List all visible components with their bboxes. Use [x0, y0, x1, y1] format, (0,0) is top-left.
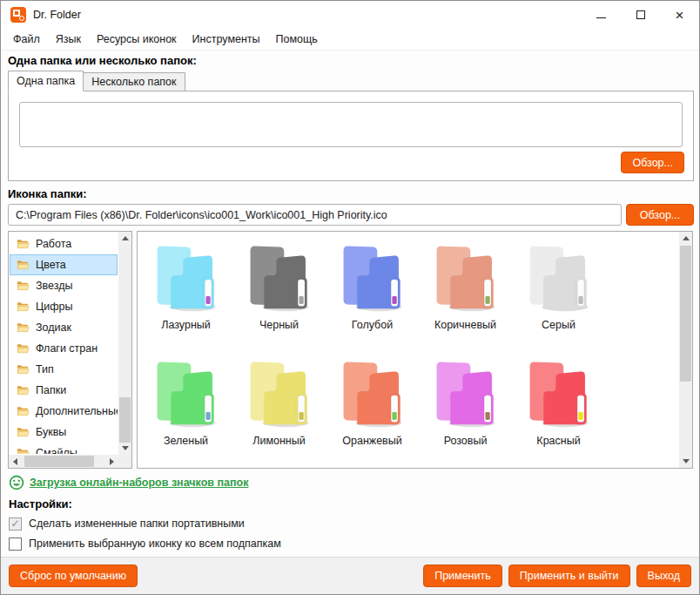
maximize-icon [636, 10, 645, 19]
icon-grid-panel: Лазурный Черный [137, 231, 693, 469]
folder-icon-item[interactable]: Оранжевый [326, 349, 419, 465]
apply-and-exit-button[interactable]: Применить и выйти [508, 565, 630, 587]
category-item[interactable]: Смайлы [10, 443, 118, 454]
icon-section-label: Иконка папки: [8, 187, 87, 200]
minimize-icon [596, 17, 606, 18]
folder-preview-icon [427, 354, 504, 434]
folder-icon [16, 259, 30, 271]
arrow-up-icon [683, 236, 690, 240]
menu-item[interactable]: Инструменты [185, 30, 268, 49]
category-item[interactable]: Звезды [10, 275, 118, 296]
folder-icon [16, 384, 30, 396]
category-item[interactable]: Флаги стран [10, 338, 118, 359]
settings-checkbox-row[interactable]: ✓ Сделать измененные папки портативными [9, 516, 700, 531]
folder-icon-item[interactable]: Красный [512, 349, 605, 465]
arrow-right-icon [110, 458, 114, 465]
folder-icon-item[interactable]: Черный [232, 233, 326, 349]
category-item[interactable]: Работа [10, 233, 118, 254]
folder-icon [16, 321, 30, 334]
smiley-icon [9, 475, 24, 490]
scrollbar-thumb[interactable] [680, 246, 691, 382]
folder-icon-item[interactable]: Коричневый [419, 233, 512, 349]
scrollbar-corner [118, 455, 131, 468]
arrow-left-icon [13, 458, 17, 465]
folder-icon [16, 342, 30, 355]
browse-icon-button[interactable]: Обзор... [626, 204, 694, 226]
folder-preview-icon [334, 238, 411, 318]
folder-icon-item[interactable]: Голубой [326, 233, 419, 349]
icon-path-input[interactable] [8, 204, 622, 226]
maximize-button[interactable] [621, 1, 660, 29]
arrow-down-icon [122, 446, 129, 450]
folder-icon-item[interactable]: Розовый [419, 349, 512, 465]
folder-preview-icon [521, 354, 597, 434]
window-controls: × [582, 1, 699, 29]
reset-default-button[interactable]: Сброс по умолчанию [9, 565, 138, 587]
settings-label: Настройки: [9, 497, 72, 510]
icons-vertical-scrollbar[interactable] [679, 232, 692, 468]
title-bar: Dr. Folder × [1, 1, 699, 29]
single-folder-tab-panel: Обзор... [8, 91, 694, 181]
folder-icon [16, 280, 30, 292]
folder-icon-item[interactable]: Лимонный [232, 349, 326, 465]
arrow-down-icon [683, 459, 690, 463]
browse-folder-button[interactable]: Обзор... [621, 152, 684, 173]
scrollbar-thumb[interactable] [24, 456, 94, 467]
folder-icon-item[interactable]: Серый [512, 233, 605, 349]
category-item[interactable]: Папки [10, 380, 118, 401]
sidebar-horizontal-scrollbar[interactable] [9, 455, 118, 468]
category-item[interactable]: Цвета [10, 254, 118, 275]
checkbox[interactable]: ✓ [9, 517, 22, 531]
folder-icon [16, 238, 30, 250]
folder-preview-icon [427, 238, 504, 318]
check-icon: ✓ [10, 517, 19, 530]
tab[interactable]: Одна папка [8, 71, 84, 91]
settings-checkbox-row[interactable]: ✓ Применить выбранную иконку ко всем под… [9, 536, 700, 551]
folder-preview-icon [241, 238, 318, 318]
tab[interactable]: Несколько папок [83, 72, 185, 91]
exit-button[interactable]: Выход [636, 565, 691, 587]
category-list: Работа Цвета Звезды [8, 231, 132, 469]
window-title: Dr. Folder [33, 9, 81, 21]
checkbox[interactable]: ✓ [9, 538, 22, 551]
menu-item[interactable]: Язык [48, 30, 89, 49]
scroll-up-button[interactable] [118, 232, 131, 245]
download-online-packs-link[interactable]: Загрузка онлайн-наборов значков папок [30, 477, 248, 489]
footer-bar: Сброс по умолчанию Применить Применить и… [1, 557, 699, 594]
scroll-up-button[interactable] [679, 232, 692, 245]
scroll-left-button[interactable] [9, 455, 22, 468]
menu-item[interactable]: Файл [5, 30, 48, 49]
scrollbar-thumb[interactable] [119, 397, 131, 443]
folder-preview-icon [334, 354, 411, 434]
scroll-down-button[interactable] [118, 442, 131, 455]
folder-icon [16, 363, 30, 375]
minimize-button[interactable] [582, 1, 621, 29]
close-button[interactable]: × [660, 1, 699, 29]
folder-path-area[interactable] [19, 102, 683, 147]
folder-icon [16, 405, 30, 417]
folder-preview-icon [521, 238, 597, 318]
category-item[interactable]: Зодиак [10, 317, 118, 338]
online-packs-row: Загрузка онлайн-наборов значков папок [9, 475, 248, 490]
folder-icon [16, 301, 30, 313]
sidebar-vertical-scrollbar[interactable] [118, 232, 131, 455]
category-item[interactable]: Дополнительные [10, 401, 118, 422]
folder-icon-item[interactable]: Зеленый [139, 349, 232, 465]
folder-tabs: Одна папкаНесколько папок [8, 71, 185, 91]
arrow-up-icon [122, 236, 129, 240]
folder-icon [16, 447, 30, 454]
category-item[interactable]: Буквы [10, 422, 118, 443]
menu-bar: ФайлЯзыкРесурсы иконокИнструментыПомощь [1, 29, 699, 51]
menu-item[interactable]: Помощь [268, 30, 326, 49]
apply-button[interactable]: Применить [423, 565, 502, 587]
category-item[interactable]: Тип [10, 359, 118, 380]
category-item[interactable]: Цифры [10, 296, 118, 317]
folder-preview-icon [148, 354, 225, 434]
scroll-right-button[interactable] [105, 455, 118, 468]
close-icon: × [676, 8, 684, 23]
folder-icon [16, 426, 30, 438]
scroll-down-button[interactable] [679, 455, 692, 468]
menu-item[interactable]: Ресурсы иконок [89, 30, 185, 49]
folder-preview-icon [148, 238, 225, 318]
folder-icon-item[interactable]: Лазурный [139, 233, 232, 349]
